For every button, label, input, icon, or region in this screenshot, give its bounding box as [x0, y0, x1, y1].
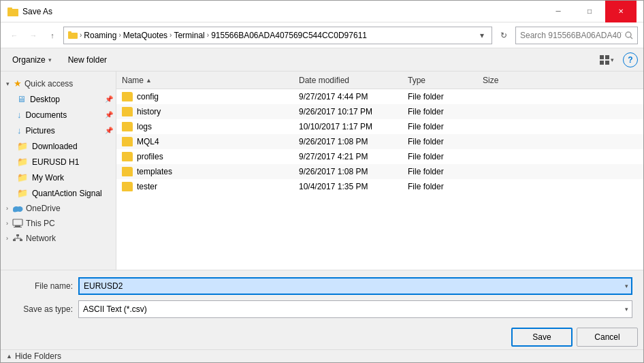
- svg-rect-19: [20, 239, 22, 241]
- column-header-name[interactable]: Name ▲: [122, 76, 299, 85]
- search-input[interactable]: [520, 31, 622, 40]
- view-toggle-button[interactable]: ▾: [595, 52, 619, 67]
- thispc-header[interactable]: › This PC: [1, 216, 116, 231]
- view-icon: [600, 55, 609, 65]
- onedrive-header[interactable]: › OneDrive: [1, 201, 116, 216]
- quick-access-label: Quick access: [25, 79, 73, 89]
- sidebar-item-pictures[interactable]: ↓ Pictures 📌: [1, 123, 116, 138]
- table-row[interactable]: MQL4 9/26/2017 1:08 PM File folder: [116, 134, 643, 149]
- svg-rect-15: [15, 225, 20, 227]
- refresh-button[interactable]: ↻: [495, 27, 513, 44]
- help-button[interactable]: ?: [623, 52, 638, 67]
- titlebar-controls: ─ □ ✕: [543, 1, 637, 22]
- svg-rect-8: [605, 55, 609, 59]
- filename-wrapper: ▾: [78, 277, 632, 295]
- sidebar-item-eurusdh1[interactable]: 📁 EURUSD H1: [1, 154, 116, 170]
- search-icon: [625, 31, 633, 40]
- search-box[interactable]: [515, 27, 638, 44]
- svg-rect-16: [14, 227, 22, 227]
- sidebar-item-mywork[interactable]: 📁 My Work: [1, 170, 116, 185]
- sidebar-item-eurusdh1-label: EURUSD H1: [32, 157, 79, 167]
- filename-label: File name:: [12, 281, 73, 291]
- svg-point-13: [13, 209, 17, 212]
- file-name: tester: [137, 182, 157, 191]
- file-list-header: Name ▲ Date modified Type Size: [116, 72, 643, 89]
- close-button[interactable]: ✕: [605, 1, 637, 22]
- sidebar-item-desktop[interactable]: 🖥 Desktop 📌: [1, 91, 116, 107]
- svg-rect-10: [605, 61, 609, 65]
- file-date: 10/4/2017 1:35 PM: [299, 182, 408, 191]
- svg-rect-18: [13, 239, 16, 241]
- sidebar-item-quantaction-label: QuantAction Signal: [32, 189, 102, 198]
- svg-rect-4: [68, 31, 71, 33]
- file-type: File folder: [408, 107, 483, 116]
- table-row[interactable]: tester 10/4/2017 1:35 PM File folder: [116, 179, 643, 194]
- bottom-area: File name: ▾ Save as type: ASCII Text (*…: [1, 270, 643, 325]
- savetype-wrapper: ASCII Text (*.csv) ▾: [78, 300, 632, 318]
- breadcrumb-folder-icon: [68, 31, 78, 40]
- sidebar-item-downloaded[interactable]: 📁 Downloaded: [1, 138, 116, 154]
- network-chevron-icon: ›: [6, 235, 8, 242]
- folder-icon: [122, 107, 133, 116]
- folder-icon-downloaded: 📁: [17, 141, 28, 151]
- desktop-icon: 🖥: [17, 94, 26, 104]
- main-content: ▾ ★ Quick access 🖥 Desktop 📌 ↓ Documents…: [1, 72, 643, 270]
- minimize-button[interactable]: ─: [543, 1, 574, 22]
- organize-chevron-icon: ▾: [48, 57, 52, 63]
- folder-icon-quantaction: 📁: [17, 188, 28, 198]
- save-as-dialog: Save As ─ □ ✕ ← → ↑ › Roaming › MetaQuot…: [0, 0, 644, 363]
- address-dropdown-icon[interactable]: ▾: [477, 27, 487, 44]
- pin-icon-pics: 📌: [105, 127, 113, 134]
- organize-button[interactable]: Organize ▾: [6, 51, 58, 69]
- sidebar-item-mywork-label: My Work: [32, 173, 64, 183]
- svg-point-5: [626, 32, 631, 37]
- table-row[interactable]: templates 9/26/2017 1:08 PM File folder: [116, 164, 643, 179]
- forward-button[interactable]: →: [25, 27, 42, 44]
- sidebar-item-documents[interactable]: ↓ Documents 📌: [1, 107, 116, 123]
- column-header-date[interactable]: Date modified: [299, 76, 408, 85]
- save-button[interactable]: Save: [511, 328, 573, 347]
- cancel-button[interactable]: Cancel: [577, 328, 638, 347]
- up-button[interactable]: ↑: [44, 27, 61, 44]
- network-label: Network: [26, 234, 56, 243]
- savetype-select[interactable]: ASCII Text (*.csv): [78, 300, 632, 318]
- network-icon: [12, 234, 23, 243]
- new-folder-button[interactable]: New folder: [62, 51, 113, 69]
- thispc-chevron-icon: ›: [6, 220, 8, 227]
- svg-rect-9: [600, 61, 604, 65]
- folder-icon: [122, 122, 133, 131]
- hide-folders-label: Hide Folders: [15, 351, 61, 361]
- network-header[interactable]: › Network: [1, 231, 116, 246]
- filename-row: File name: ▾: [12, 277, 632, 295]
- file-date: 9/27/2017 4:44 PM: [299, 92, 408, 101]
- table-row[interactable]: profiles 9/27/2017 4:21 PM File folder: [116, 149, 643, 164]
- filename-input[interactable]: [78, 277, 632, 295]
- sidebar-item-documents-label: Documents: [26, 110, 67, 120]
- file-date: 9/27/2017 4:21 PM: [299, 152, 408, 161]
- column-header-size[interactable]: Size: [483, 76, 551, 85]
- table-row[interactable]: history 9/26/2017 10:17 PM File folder: [116, 104, 643, 119]
- file-type: File folder: [408, 152, 483, 161]
- svg-point-12: [17, 206, 23, 212]
- file-type: File folder: [408, 167, 483, 176]
- column-header-type[interactable]: Type: [408, 76, 483, 85]
- maximize-button[interactable]: □: [574, 1, 605, 22]
- pictures-icon: ↓: [17, 125, 22, 136]
- sidebar-item-quantaction[interactable]: 📁 QuantAction Signal: [1, 185, 116, 201]
- file-name: profiles: [137, 152, 163, 161]
- file-date: 9/26/2017 1:08 PM: [299, 167, 408, 176]
- quick-access-header[interactable]: ▾ ★ Quick access: [1, 76, 116, 91]
- toolbar: Organize ▾ New folder ▾ ?: [1, 48, 643, 72]
- hide-folders-row[interactable]: ▲ Hide Folders: [1, 349, 643, 362]
- file-name: MQL4: [137, 137, 159, 146]
- file-type: File folder: [408, 122, 483, 131]
- table-row[interactable]: config 9/27/2017 4:44 PM File folder: [116, 89, 643, 104]
- svg-rect-14: [13, 219, 22, 225]
- back-button[interactable]: ←: [6, 27, 22, 44]
- folder-icon: [122, 182, 133, 191]
- dialog-title: Save As: [22, 7, 52, 16]
- savetype-label: Save as type:: [12, 304, 73, 314]
- hide-folders-chevron-icon: ▲: [6, 353, 12, 360]
- address-box[interactable]: › Roaming › MetaQuotes › Terminal › 9155…: [63, 27, 492, 44]
- table-row[interactable]: logs 10/10/2017 1:17 PM File folder: [116, 119, 643, 134]
